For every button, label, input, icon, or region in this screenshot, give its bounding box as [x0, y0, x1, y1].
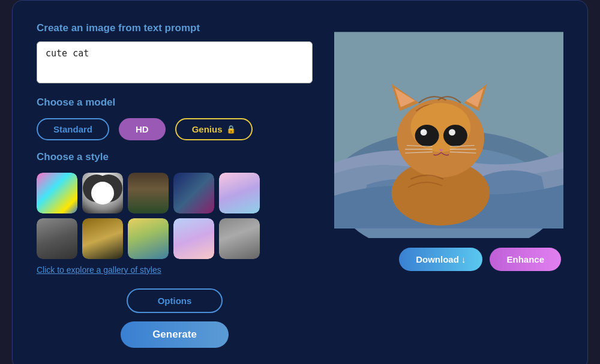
style-section: Choose a style Click to explore a galler… [37, 151, 313, 275]
enhance-button[interactable]: Enhance [490, 248, 561, 271]
model-btn-genius[interactable]: Genius 🔒 [175, 118, 253, 140]
style-thumb-1[interactable] [82, 173, 123, 213]
style-thumb-6[interactable] [82, 218, 123, 259]
style-thumb-5[interactable] [37, 218, 77, 259]
svg-point-10 [415, 125, 439, 146]
style-section-title: Choose a style [37, 151, 313, 163]
lock-icon: 🔒 [226, 125, 236, 134]
model-btn-standard[interactable]: Standard [37, 118, 109, 140]
left-panel: Create an image from text prompt Choose … [37, 22, 313, 348]
svg-point-12 [421, 129, 427, 136]
style-thumb-7[interactable] [128, 218, 169, 259]
generated-image [334, 22, 563, 238]
styles-grid [37, 173, 313, 259]
generate-button[interactable]: Generate [121, 321, 229, 348]
model-section: Choose a model Standard HD Genius 🔒 [37, 97, 313, 140]
style-thumb-3[interactable] [173, 173, 214, 213]
svg-point-13 [449, 129, 455, 136]
prompt-section-title: Create an image from text prompt [37, 22, 313, 34]
action-buttons-row: Download ↓ Enhance [334, 248, 563, 271]
style-thumb-8[interactable] [173, 218, 214, 259]
model-section-title: Choose a model [37, 97, 313, 109]
right-panel: Download ↓ Enhance [334, 22, 563, 348]
prompt-section: Create an image from text prompt [37, 22, 313, 86]
svg-point-11 [443, 125, 467, 146]
options-button[interactable]: Options [127, 288, 223, 313]
model-row: Standard HD Genius 🔒 [37, 118, 313, 140]
style-thumb-9[interactable] [219, 218, 260, 259]
gallery-link[interactable]: Click to explore a gallery of styles [37, 265, 161, 275]
style-thumb-2[interactable] [128, 173, 169, 213]
svg-point-14 [421, 130, 424, 133]
download-button[interactable]: Download ↓ [399, 248, 482, 271]
style-thumb-4[interactable] [219, 173, 260, 213]
action-btns: Download ↓ Enhance [399, 248, 563, 271]
model-btn-hd[interactable]: HD [119, 118, 166, 140]
prompt-input[interactable] [37, 41, 313, 83]
style-thumb-0[interactable] [37, 173, 77, 213]
app-container: Create an image from text prompt Choose … [12, 0, 588, 364]
genius-label: Genius [192, 124, 223, 134]
